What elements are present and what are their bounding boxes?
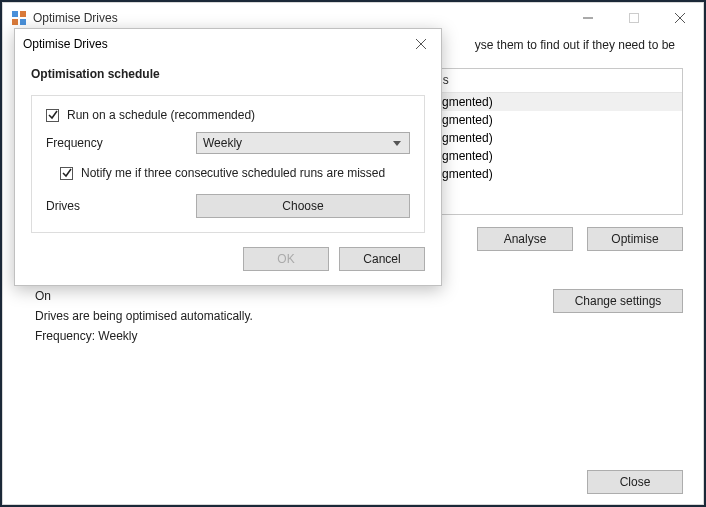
frequency-select[interactable]: Weekly bbox=[196, 132, 410, 154]
window-title: Optimise Drives bbox=[33, 11, 118, 25]
notify-checkbox[interactable] bbox=[60, 167, 73, 180]
svg-rect-3 bbox=[20, 19, 26, 25]
dialog-close-button[interactable] bbox=[409, 32, 433, 56]
svg-rect-5 bbox=[630, 14, 639, 23]
run-schedule-checkbox[interactable] bbox=[46, 109, 59, 122]
frequency-value: Weekly bbox=[203, 136, 242, 150]
notify-label: Notify me if three consecutive scheduled… bbox=[81, 166, 385, 180]
scheduled-desc: Drives are being optimised automatically… bbox=[35, 309, 539, 323]
frequency-label: Frequency bbox=[46, 136, 196, 150]
svg-rect-2 bbox=[12, 19, 18, 25]
minimize-button[interactable] bbox=[565, 3, 611, 33]
close-window-button[interactable]: Close bbox=[587, 470, 683, 494]
change-settings-button[interactable]: Change settings bbox=[553, 289, 683, 313]
maximize-button[interactable] bbox=[611, 3, 657, 33]
defrag-icon bbox=[11, 10, 27, 26]
ok-button[interactable]: OK bbox=[243, 247, 329, 271]
dialog-title: Optimise Drives bbox=[23, 37, 108, 51]
cancel-button[interactable]: Cancel bbox=[339, 247, 425, 271]
window-buttons bbox=[565, 3, 703, 33]
schedule-dialog: Optimise Drives Optimisation schedule Ru… bbox=[14, 28, 442, 286]
svg-rect-0 bbox=[12, 11, 18, 17]
choose-drives-button[interactable]: Choose bbox=[196, 194, 410, 218]
drives-label: Drives bbox=[46, 199, 196, 213]
optimise-button[interactable]: Optimise bbox=[587, 227, 683, 251]
run-schedule-label: Run on a schedule (recommended) bbox=[67, 108, 255, 122]
svg-rect-1 bbox=[20, 11, 26, 17]
dialog-titlebar: Optimise Drives bbox=[15, 29, 441, 59]
schedule-group: Run on a schedule (recommended) Frequenc… bbox=[31, 95, 425, 233]
scheduled-status: On bbox=[35, 289, 539, 303]
dialog-heading: Optimisation schedule bbox=[31, 67, 425, 81]
close-button[interactable] bbox=[657, 3, 703, 33]
scheduled-frequency: Frequency: Weekly bbox=[35, 329, 539, 343]
analyse-button[interactable]: Analyse bbox=[477, 227, 573, 251]
